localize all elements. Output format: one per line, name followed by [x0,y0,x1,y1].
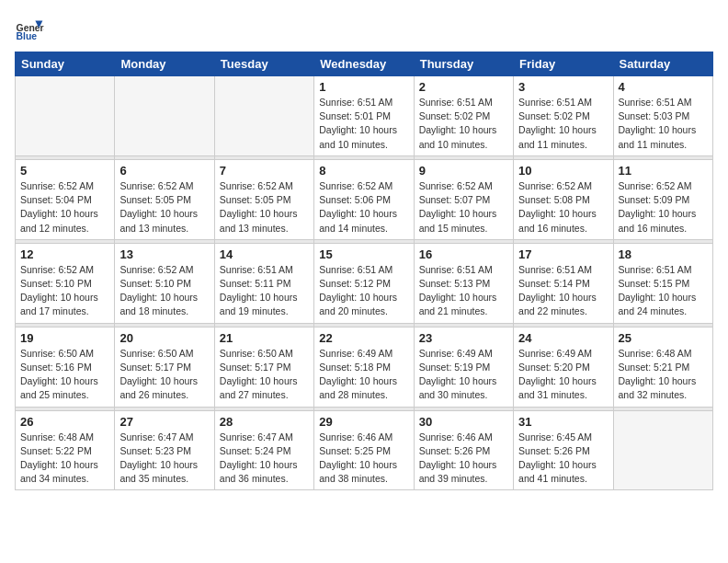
day-info: Sunrise: 6:51 AM Sunset: 5:02 PM Dayligh… [518,96,608,152]
day-number: 20 [119,331,209,345]
day-info: Sunrise: 6:52 AM Sunset: 5:08 PM Dayligh… [518,179,608,236]
day-number: 23 [419,331,508,345]
calendar-cell: 8Sunrise: 6:52 AM Sunset: 5:06 PM Daylig… [314,159,414,239]
day-number: 4 [619,80,708,94]
calendar-table: SundayMondayTuesdayWednesdayThursdayFrid… [15,52,713,490]
calendar-cell: 26Sunrise: 6:48 AM Sunset: 5:22 PM Dayli… [16,410,115,490]
calendar-cell: 5Sunrise: 6:52 AM Sunset: 5:04 PM Daylig… [16,159,115,239]
day-info: Sunrise: 6:50 AM Sunset: 5:17 PM Dayligh… [119,347,209,403]
day-info: Sunrise: 6:48 AM Sunset: 5:21 PM Dayligh… [619,347,708,403]
day-number: 6 [119,164,209,178]
day-info: Sunrise: 6:46 AM Sunset: 5:26 PM Dayligh… [419,431,508,487]
calendar-cell: 13Sunrise: 6:52 AM Sunset: 5:10 PM Dayli… [115,243,214,323]
day-number: 25 [619,331,708,345]
day-info: Sunrise: 6:48 AM Sunset: 5:22 PM Dayligh… [20,431,109,487]
day-info: Sunrise: 6:52 AM Sunset: 5:07 PM Dayligh… [419,179,508,236]
calendar-cell: 15Sunrise: 6:51 AM Sunset: 5:12 PM Dayli… [314,243,414,323]
day-info: Sunrise: 6:52 AM Sunset: 5:10 PM Dayligh… [20,263,109,319]
weekday-header: Monday [115,52,214,76]
weekday-header: Friday [514,52,613,76]
day-number: 12 [20,247,109,261]
day-info: Sunrise: 6:51 AM Sunset: 5:03 PM Dayligh… [619,96,708,152]
calendar-week-row: 19Sunrise: 6:50 AM Sunset: 5:16 PM Dayli… [16,327,713,407]
day-number: 9 [419,164,508,178]
day-number: 1 [319,80,408,94]
day-number: 22 [319,331,408,345]
calendar-cell [613,410,712,490]
day-info: Sunrise: 6:51 AM Sunset: 5:11 PM Dayligh… [220,263,309,319]
day-info: Sunrise: 6:51 AM Sunset: 5:13 PM Dayligh… [419,263,508,319]
day-info: Sunrise: 6:46 AM Sunset: 5:25 PM Dayligh… [319,431,408,487]
day-number: 5 [20,164,109,178]
calendar-cell: 2Sunrise: 6:51 AM Sunset: 5:02 PM Daylig… [414,76,513,156]
calendar-cell: 31Sunrise: 6:45 AM Sunset: 5:26 PM Dayli… [514,410,613,490]
calendar-cell: 10Sunrise: 6:52 AM Sunset: 5:08 PM Dayli… [514,159,613,239]
calendar-cell: 4Sunrise: 6:51 AM Sunset: 5:03 PM Daylig… [613,76,712,156]
day-number: 16 [419,247,508,261]
calendar-cell: 6Sunrise: 6:52 AM Sunset: 5:05 PM Daylig… [115,159,214,239]
day-number: 27 [119,415,209,429]
calendar-cell: 25Sunrise: 6:48 AM Sunset: 5:21 PM Dayli… [613,327,712,407]
day-number: 7 [220,164,309,178]
day-number: 24 [518,331,608,345]
day-info: Sunrise: 6:51 AM Sunset: 5:14 PM Dayligh… [518,263,608,319]
calendar-cell: 18Sunrise: 6:51 AM Sunset: 5:15 PM Dayli… [613,243,712,323]
day-info: Sunrise: 6:49 AM Sunset: 5:18 PM Dayligh… [319,347,408,403]
calendar-cell: 3Sunrise: 6:51 AM Sunset: 5:02 PM Daylig… [514,76,613,156]
day-info: Sunrise: 6:51 AM Sunset: 5:15 PM Dayligh… [619,263,708,319]
calendar-cell: 22Sunrise: 6:49 AM Sunset: 5:18 PM Dayli… [314,327,414,407]
day-number: 3 [518,80,608,94]
calendar-cell: 24Sunrise: 6:49 AM Sunset: 5:20 PM Dayli… [514,327,613,407]
day-info: Sunrise: 6:51 AM Sunset: 5:01 PM Dayligh… [319,96,408,152]
day-number: 30 [419,415,508,429]
day-info: Sunrise: 6:51 AM Sunset: 5:12 PM Dayligh… [319,263,408,319]
day-info: Sunrise: 6:51 AM Sunset: 5:02 PM Dayligh… [419,96,508,152]
day-number: 29 [319,415,408,429]
day-info: Sunrise: 6:49 AM Sunset: 5:19 PM Dayligh… [419,347,508,403]
calendar-week-row: 5Sunrise: 6:52 AM Sunset: 5:04 PM Daylig… [16,159,713,239]
calendar-cell: 1Sunrise: 6:51 AM Sunset: 5:01 PM Daylig… [314,76,414,156]
calendar-week-row: 12Sunrise: 6:52 AM Sunset: 5:10 PM Dayli… [16,243,713,323]
day-info: Sunrise: 6:52 AM Sunset: 5:10 PM Dayligh… [119,263,209,319]
calendar-cell: 19Sunrise: 6:50 AM Sunset: 5:16 PM Dayli… [16,327,115,407]
day-info: Sunrise: 6:50 AM Sunset: 5:16 PM Dayligh… [20,347,109,403]
day-number: 13 [119,247,209,261]
calendar-cell [115,76,214,156]
weekday-header: Tuesday [214,52,313,76]
calendar-cell: 7Sunrise: 6:52 AM Sunset: 5:05 PM Daylig… [214,159,313,239]
calendar-cell [214,76,313,156]
day-info: Sunrise: 6:52 AM Sunset: 5:05 PM Dayligh… [119,179,209,236]
day-number: 14 [220,247,309,261]
day-info: Sunrise: 6:49 AM Sunset: 5:20 PM Dayligh… [518,347,608,403]
day-number: 2 [419,80,508,94]
day-number: 8 [319,164,408,178]
calendar-cell: 9Sunrise: 6:52 AM Sunset: 5:07 PM Daylig… [414,159,513,239]
day-info: Sunrise: 6:52 AM Sunset: 5:04 PM Dayligh… [20,179,109,236]
day-number: 10 [518,164,608,178]
calendar-cell: 23Sunrise: 6:49 AM Sunset: 5:19 PM Dayli… [414,327,513,407]
day-number: 21 [220,331,309,345]
logo-icon: General Blue [15,15,44,44]
weekday-header: Thursday [414,52,513,76]
calendar-cell: 14Sunrise: 6:51 AM Sunset: 5:11 PM Dayli… [214,243,313,323]
calendar-cell: 11Sunrise: 6:52 AM Sunset: 5:09 PM Dayli… [613,159,712,239]
day-number: 19 [20,331,109,345]
day-number: 17 [518,247,608,261]
calendar-cell: 12Sunrise: 6:52 AM Sunset: 5:10 PM Dayli… [16,243,115,323]
day-info: Sunrise: 6:45 AM Sunset: 5:26 PM Dayligh… [518,431,608,487]
calendar-week-row: 1Sunrise: 6:51 AM Sunset: 5:01 PM Daylig… [16,76,713,156]
weekday-header-row: SundayMondayTuesdayWednesdayThursdayFrid… [16,52,713,76]
day-number: 11 [619,164,708,178]
calendar-cell: 21Sunrise: 6:50 AM Sunset: 5:17 PM Dayli… [214,327,313,407]
weekday-header: Saturday [613,52,712,76]
day-number: 15 [319,247,408,261]
calendar-cell: 29Sunrise: 6:46 AM Sunset: 5:25 PM Dayli… [314,410,414,490]
day-number: 26 [20,415,109,429]
calendar-cell: 16Sunrise: 6:51 AM Sunset: 5:13 PM Dayli… [414,243,513,323]
page-header: General Blue [15,15,713,44]
weekday-header: Wednesday [314,52,414,76]
calendar-cell: 28Sunrise: 6:47 AM Sunset: 5:24 PM Dayli… [214,410,313,490]
day-info: Sunrise: 6:52 AM Sunset: 5:09 PM Dayligh… [619,179,708,236]
day-number: 31 [518,415,608,429]
day-info: Sunrise: 6:50 AM Sunset: 5:17 PM Dayligh… [220,347,309,403]
